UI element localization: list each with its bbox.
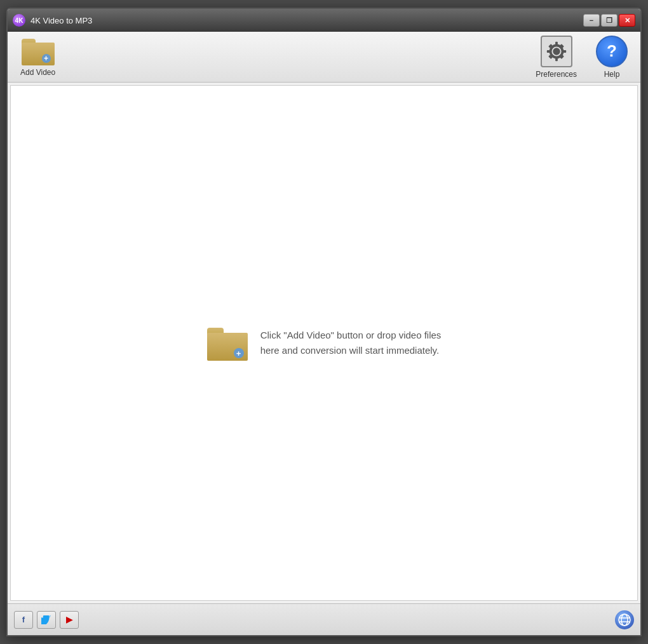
svg-point-10 [619, 614, 630, 626]
drop-hint: + Click "Add Video" button or drop video… [207, 325, 442, 361]
drop-folder-plus-icon: + [234, 348, 244, 358]
drop-folder-icon: + [207, 325, 248, 361]
help-label: Help [604, 70, 620, 79]
svg-rect-5 [562, 50, 566, 53]
preferences-label: Preferences [536, 70, 577, 79]
help-icon: ? [596, 36, 628, 67]
footer-social: f ▶ [14, 611, 79, 629]
maximize-button[interactable]: ❐ [601, 14, 618, 27]
twitter-button[interactable] [37, 611, 56, 629]
gear-svg [544, 39, 569, 64]
facebook-button[interactable]: f [14, 611, 33, 629]
twitter-icon [41, 615, 51, 624]
window-title: 4K Video to MP3 [30, 16, 92, 25]
main-window: 4K 4K Video to MP3 − ❐ ✕ + Add Video [6, 8, 642, 636]
drop-hint-text: Click "Add Video" button or drop video f… [260, 328, 442, 358]
help-button[interactable]: ? Help [590, 32, 634, 83]
toolbar-left: + Add Video [14, 34, 62, 81]
app-icon: 4K [13, 14, 25, 27]
add-video-folder-icon: + [22, 37, 55, 65]
svg-rect-2 [555, 41, 558, 45]
svg-rect-4 [546, 50, 550, 53]
drop-hint-line2: here and conversion will start immediate… [260, 345, 440, 356]
titlebar-left: 4K 4K Video to MP3 [13, 14, 92, 27]
folder-plus-icon: + [42, 54, 51, 63]
footer: f ▶ [8, 603, 640, 635]
svg-rect-3 [555, 57, 558, 61]
close-button[interactable]: ✕ [619, 14, 635, 27]
drop-hint-line1: Click "Add Video" button or drop video f… [260, 330, 442, 340]
window-controls: − ❐ ✕ [583, 14, 635, 27]
toolbar-right: Preferences ? Help [529, 32, 634, 83]
preferences-button[interactable]: Preferences [529, 32, 583, 83]
minimize-button[interactable]: − [583, 14, 600, 27]
titlebar: 4K 4K Video to MP3 − ❐ ✕ [8, 9, 640, 32]
preferences-icon [541, 36, 572, 67]
globe-button[interactable] [615, 610, 634, 629]
add-video-label: Add Video [20, 68, 55, 77]
svg-point-11 [621, 614, 628, 626]
add-video-button[interactable]: + Add Video [14, 34, 62, 81]
globe-icon [618, 614, 631, 626]
youtube-button[interactable]: ▶ [60, 611, 79, 629]
toolbar: + Add Video [8, 32, 640, 83]
svg-point-0 [553, 48, 560, 55]
drop-zone[interactable]: + Click "Add Video" button or drop video… [10, 85, 638, 601]
